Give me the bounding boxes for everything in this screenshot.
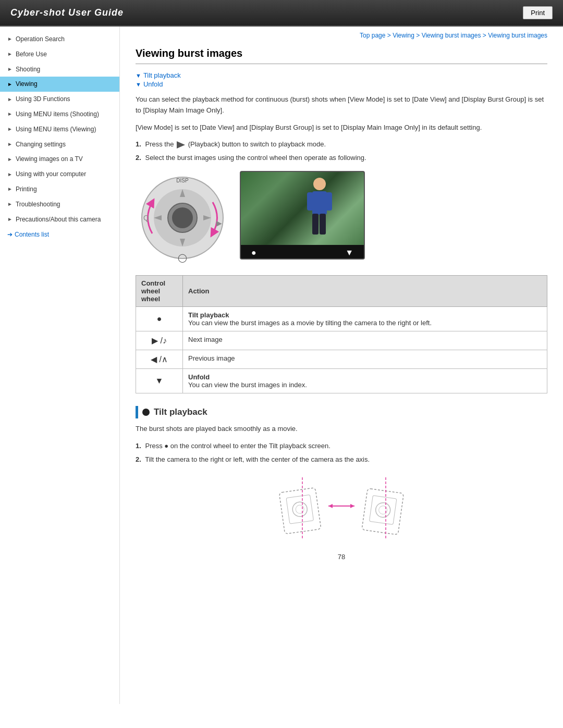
unfold-link[interactable]: ▼ Unfold [136, 80, 547, 88]
camera-controls-bar: ● ▼ [241, 245, 364, 260]
arrow-right-icon: ➔ [7, 231, 13, 238]
table-header-action: Action [183, 276, 547, 307]
contents-list-link[interactable]: ➔ Contents list [0, 227, 119, 242]
table-row: ◀ /∧ Previous image [136, 350, 547, 369]
svg-rect-16 [307, 192, 313, 211]
sidebar-item-menu-shooting[interactable]: ► Using MENU items (Shooting) [0, 107, 119, 122]
sidebar-item-menu-viewing[interactable]: ► Using MENU items (Viewing) [0, 122, 119, 137]
svg-rect-28 [369, 496, 397, 525]
intro-text-1: You can select the playback method for c… [136, 94, 547, 116]
svg-point-23 [295, 504, 304, 514]
playback-triangle-icon [177, 141, 185, 149]
breadcrumb-top[interactable]: Top page [360, 32, 385, 39]
action-prev: Previous image [183, 350, 547, 369]
arrow-icon: ► [7, 110, 13, 118]
breadcrumb-current[interactable]: Viewing burst images [488, 32, 547, 39]
tilt-steps: 1. Press ● on the control wheel to enter… [136, 441, 547, 464]
tilt-diagram [136, 475, 547, 542]
tilt-desc: The burst shots are played back smoothly… [136, 424, 547, 435]
step-1: 1. Press the (Playback) button to switch… [136, 139, 547, 150]
svg-rect-19 [320, 214, 326, 235]
svg-text:Q: Q [143, 214, 149, 222]
step-2: 2. Select the burst images using the con… [136, 153, 547, 163]
triangle-down-icon: ▼ [136, 81, 141, 88]
camera-photo: ● ▼ [240, 171, 365, 260]
svg-point-29 [375, 502, 391, 519]
breadcrumb-burst[interactable]: Viewing burst images [422, 32, 481, 39]
sidebar-item-troubleshooting[interactable]: ► Troubleshooting [0, 197, 119, 212]
tilt-playback-link[interactable]: ▼ Tilt playback [136, 71, 547, 79]
svg-point-14 [313, 178, 326, 190]
arrow-icon: ► [7, 156, 13, 163]
svg-point-3 [172, 207, 193, 228]
sidebar-item-shooting[interactable]: ► Shooting [0, 62, 119, 77]
control-wheel-image: DISP Q ▶ ◯ [136, 171, 229, 265]
tilt-section-header: Tilt playback [136, 406, 547, 418]
svg-text:◯: ◯ [178, 253, 187, 263]
control-table: Control wheel wheel Action ● Tilt playba… [136, 275, 547, 393]
sidebar-item-changing-settings[interactable]: ► Changing settings [0, 137, 119, 152]
breadcrumb: Top page > Viewing > Viewing burst image… [136, 32, 547, 39]
svg-marker-26 [350, 504, 354, 508]
table-header-wheel: Control wheel wheel [136, 276, 183, 307]
images-row: DISP Q ▶ ◯ [136, 171, 547, 265]
svg-rect-18 [312, 214, 319, 235]
header: Cyber-shot User Guide Print [0, 0, 563, 27]
triangle-control: ▼ [345, 248, 353, 257]
sidebar-item-operation-search[interactable]: ► Operation Search [0, 32, 119, 47]
section-links: ▼ Tilt playback ▼ Unfold [136, 71, 547, 88]
table-row: ▶ /♪ Next image [136, 331, 547, 350]
arrow-icon: ► [7, 35, 13, 43]
svg-text:▶: ▶ [216, 219, 222, 227]
svg-rect-21 [286, 495, 314, 524]
arrow-icon: ► [7, 81, 13, 88]
main-content: Top page > Viewing > Viewing burst image… [120, 27, 563, 704]
action-tilt: Tilt playback You can view the burst ima… [183, 307, 547, 331]
svg-rect-20 [279, 488, 321, 534]
arrow-icon: ► [7, 141, 13, 148]
svg-rect-27 [362, 488, 403, 535]
table-row: ● Tilt playback You can view the burst i… [136, 307, 547, 331]
tilt-step-2: 2. Tilt the camera to the right or left,… [136, 454, 547, 465]
page-title: Viewing burst images [136, 47, 547, 64]
sidebar-item-3d-functions[interactable]: ► Using 3D Functions [0, 92, 119, 107]
blue-bar-icon [136, 406, 138, 418]
arrow-icon: ► [7, 66, 13, 73]
svg-point-22 [291, 501, 308, 518]
triangle-down-icon: ▼ [136, 72, 141, 79]
page-number: 78 [136, 553, 547, 561]
breadcrumb-viewing[interactable]: Viewing [393, 32, 414, 39]
sidebar: ► Operation Search ► Before Use ► Shooti… [0, 27, 120, 704]
sidebar-item-before-use[interactable]: ► Before Use [0, 47, 119, 62]
print-button[interactable]: Print [523, 6, 553, 19]
symbol-circle: ● [136, 307, 183, 331]
svg-rect-17 [326, 192, 332, 211]
symbol-prev: ◀ /∧ [136, 350, 183, 369]
sidebar-item-viewing[interactable]: ► Viewing [0, 77, 119, 92]
arrow-icon: ► [7, 186, 13, 193]
svg-text:DISP: DISP [176, 178, 189, 183]
arrow-icon: ► [7, 171, 13, 178]
svg-rect-15 [312, 191, 327, 215]
arrow-icon: ► [7, 216, 13, 223]
symbol-down: ▼ [136, 369, 183, 393]
arrow-icon: ► [7, 201, 13, 208]
page-layout: ► Operation Search ► Before Use ► Shooti… [0, 27, 563, 704]
arrow-icon: ► [7, 96, 13, 103]
sidebar-item-precautions[interactable]: ► Precautions/About this camera [0, 212, 119, 227]
arrow-icon: ► [7, 126, 13, 133]
sidebar-item-computer[interactable]: ► Using with your computer [0, 167, 119, 182]
sidebar-item-viewing-tv[interactable]: ► Viewing images on a TV [0, 152, 119, 167]
table-row: ▼ Unfold You can view the burst images i… [136, 369, 547, 393]
steps-list: 1. Press the (Playback) button to switch… [136, 139, 547, 163]
symbol-next: ▶ /♪ [136, 331, 183, 350]
circle-control: ● [251, 248, 256, 257]
tilt-diagram-svg [255, 475, 427, 542]
tilt-step-1: 1. Press ● on the control wheel to enter… [136, 441, 547, 451]
intro-text-2: [View Mode] is set to [Date View] and [D… [136, 122, 547, 133]
arrow-icon: ► [7, 51, 13, 58]
action-next: Next image [183, 331, 547, 350]
action-unfold: Unfold You can view the burst images in … [183, 369, 547, 393]
svg-marker-25 [328, 504, 333, 508]
sidebar-item-printing[interactable]: ► Printing [0, 182, 119, 197]
